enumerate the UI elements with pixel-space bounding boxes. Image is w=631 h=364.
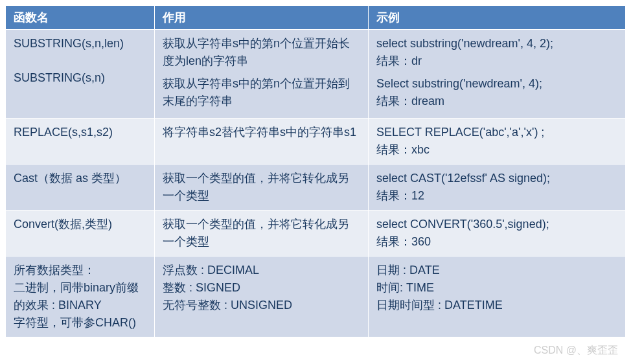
- cell-function-name: Convert(数据,类型): [6, 210, 155, 256]
- cell-description: 获取一个类型的值，并将它转化成另一个类型: [155, 165, 369, 210]
- table-header-row: 函数名 作用 示例: [6, 6, 626, 30]
- example-result: 结果：xbc: [376, 141, 617, 159]
- table-row: SUBSTRING(s,n,len) SUBSTRING(s,n) 获取从字符串…: [6, 30, 626, 119]
- example-text: select CAST('12efssf' AS signed);: [376, 170, 617, 187]
- cell-data-types: 所有数据类型： 二进制，同带binary前缀的效果 : BINARY 字符型，可…: [6, 256, 155, 337]
- type-text: 日期时间型 : DATETIME: [376, 297, 617, 314]
- cell-function-name: SUBSTRING(s,n,len) SUBSTRING(s,n): [6, 30, 155, 119]
- example-text: select substring('newdream', 4, 2);: [376, 35, 617, 52]
- type-text: 浮点数 : DECIMAL: [163, 262, 360, 279]
- table-row: 所有数据类型： 二进制，同带binary前缀的效果 : BINARY 字符型，可…: [6, 256, 626, 337]
- example-text: SELECT REPLACE('abc','a','x') ;: [376, 124, 617, 141]
- table-row: Convert(数据,类型) 获取一个类型的值，并将它转化成另一个类型 sele…: [6, 210, 626, 256]
- example-result: 结果：dr: [376, 52, 617, 70]
- cell-description: 获取从字符串s中的第n个位置开始长度为len的字符串 获取从字符串s中的第n个位…: [155, 30, 369, 119]
- example-text: select CONVERT('360.5',signed);: [376, 216, 617, 233]
- cell-description: 获取一个类型的值，并将它转化成另一个类型: [155, 210, 369, 256]
- type-text: 整数 : SIGNED: [163, 279, 360, 297]
- cell-example: select CONVERT('360.5',signed); 结果：360: [369, 210, 626, 256]
- example-text: Select substring('newdream', 4);: [376, 75, 617, 93]
- type-text: 无符号整数 : UNSIGNED: [163, 297, 360, 314]
- watermark-text: CSDN @、爽歪歪: [534, 344, 618, 358]
- type-text: 字符型，可带参CHAR(): [14, 314, 146, 332]
- type-text: 日期 : DATE: [376, 262, 617, 279]
- desc-text: 获取从字符串s中的第n个位置开始到末尾的字符串: [163, 75, 360, 110]
- desc-text: 获取从字符串s中的第n个位置开始长度为len的字符串: [163, 35, 360, 70]
- cell-description: 将字符串s2替代字符串s中的字符串s1: [155, 119, 369, 165]
- cell-example: select substring('newdream', 4, 2); 结果：d…: [369, 30, 626, 119]
- example-result: 结果：360: [376, 233, 617, 251]
- type-text: 时间: TIME: [376, 279, 617, 297]
- type-text: 所有数据类型：: [14, 262, 146, 279]
- header-example: 示例: [369, 6, 626, 30]
- header-function-name: 函数名: [6, 6, 155, 30]
- sql-functions-table: 函数名 作用 示例 SUBSTRING(s,n,len) SUBSTRING(s…: [5, 5, 626, 337]
- header-description: 作用: [155, 6, 369, 30]
- table-row: Cast（数据 as 类型） 获取一个类型的值，并将它转化成另一个类型 sele…: [6, 165, 626, 210]
- example-result: 结果：dream: [376, 93, 617, 110]
- cell-data-types-desc: 浮点数 : DECIMAL 整数 : SIGNED 无符号整数 : UNSIGN…: [155, 256, 369, 337]
- cell-function-name: Cast（数据 as 类型）: [6, 165, 155, 210]
- cell-example: select CAST('12efssf' AS signed); 结果：12: [369, 165, 626, 210]
- fn-substring: SUBSTRING(s,n): [14, 69, 146, 87]
- type-text: 二进制，同带binary前缀的效果 : BINARY: [14, 279, 146, 314]
- fn-substring-len: SUBSTRING(s,n,len): [14, 35, 146, 52]
- table-row: REPLACE(s,s1,s2) 将字符串s2替代字符串s中的字符串s1 SEL…: [6, 119, 626, 165]
- example-result: 结果：12: [376, 187, 617, 205]
- cell-data-types-ex: 日期 : DATE 时间: TIME 日期时间型 : DATETIME: [369, 256, 626, 337]
- cell-function-name: REPLACE(s,s1,s2): [6, 119, 155, 165]
- cell-example: SELECT REPLACE('abc','a','x') ; 结果：xbc: [369, 119, 626, 165]
